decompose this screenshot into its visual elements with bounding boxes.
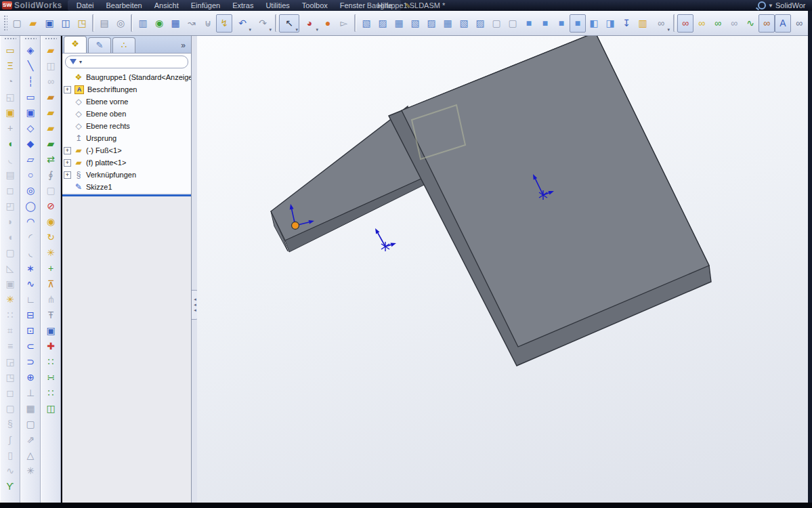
join-button[interactable]: ▢ xyxy=(2,401,18,417)
view-top-button[interactable]: ▨ xyxy=(423,14,440,33)
save-button[interactable]: ▣ xyxy=(41,14,58,33)
tree-item-ursprung[interactable]: + Ursprung xyxy=(62,132,191,144)
cavity-button[interactable]: ◻ xyxy=(2,385,18,401)
select-tool-button[interactable]: ↖ xyxy=(279,14,299,33)
linear-pattern-button[interactable]: ∷ xyxy=(43,354,59,370)
fix-component-button[interactable]: ▰ xyxy=(43,89,59,105)
interference-button[interactable]: ⌗ xyxy=(2,323,18,339)
configurationmanager-tab[interactable]: ∴ xyxy=(112,37,135,53)
lighting-button[interactable]: ▻ xyxy=(336,14,352,33)
measure-button[interactable]: ▭ xyxy=(2,43,18,58)
mirror-components-button[interactable]: ◫ xyxy=(43,401,59,417)
view-left-button[interactable]: ▦ xyxy=(391,14,407,33)
split-part-button[interactable]: Ƴ xyxy=(2,479,18,494)
tree-item-platte[interactable]: + (f) platte<1> xyxy=(62,156,191,169)
render-button[interactable]: ◕ xyxy=(299,14,320,33)
split-line-button[interactable]: ⊎ xyxy=(200,14,216,33)
view-back-button[interactable]: ▨ xyxy=(375,14,391,33)
tree-item-fuss[interactable]: + (-) Fuß<1> xyxy=(62,144,191,156)
display-settings-button[interactable]: ∞ xyxy=(651,14,671,33)
display-shaded-button[interactable]: ■ xyxy=(537,14,553,33)
sketch-text-button[interactable]: ⊟ xyxy=(22,308,39,323)
view-hidden-lines-button[interactable]: ▢ xyxy=(505,14,521,33)
check-button[interactable]: ◱ xyxy=(2,89,18,105)
view-wireframe-button[interactable]: ▢ xyxy=(488,14,505,33)
perpendicular-button[interactable]: ⊥ xyxy=(22,385,39,401)
rotate-component-button[interactable]: ↻ xyxy=(43,230,59,245)
design-table-button[interactable]: ▤ xyxy=(2,167,18,183)
line-button[interactable]: ╲ xyxy=(22,58,39,74)
float-component-button[interactable]: ▰ xyxy=(43,105,59,121)
undercut-analysis-button[interactable]: ◖ xyxy=(2,230,18,245)
move-component-button[interactable]: ∞ xyxy=(677,14,693,33)
tree-item-ebene-oben[interactable]: + Ebene oben xyxy=(62,108,191,120)
undo-button[interactable]: ↶ xyxy=(232,14,253,33)
envelope-button[interactable]: ▣ xyxy=(43,323,59,339)
sketch-chamfer-button[interactable]: ◟ xyxy=(22,245,39,261)
feature-pattern-button[interactable]: ∷ xyxy=(43,385,59,401)
featuremanager-tab[interactable]: ❖ xyxy=(64,36,87,53)
panel-button[interactable]: ◰ xyxy=(2,198,18,214)
print-button[interactable]: ▤ xyxy=(96,14,112,33)
straight-slot-button[interactable]: ⊡ xyxy=(22,323,39,339)
open-button[interactable]: ▰ xyxy=(25,14,41,33)
parallelogram-button[interactable]: ▱ xyxy=(22,152,39,167)
filter-caret-icon[interactable]: ▾ xyxy=(79,59,82,65)
new-part-button[interactable]: ◫ xyxy=(43,58,59,74)
circular-pattern-button[interactable]: ∺ xyxy=(43,370,59,385)
assembly-repair-button[interactable]: ✚ xyxy=(43,339,59,354)
component-properties-button[interactable]: ▰ xyxy=(43,121,59,136)
section-properties-button[interactable]: ◔ xyxy=(2,74,18,89)
toolbar-grip[interactable] xyxy=(4,37,16,41)
hatch-button[interactable]: ▦ xyxy=(22,401,39,417)
ellipse-button[interactable]: ◯ xyxy=(22,198,39,214)
center-point-rectangle-button[interactable]: ◆ xyxy=(22,136,39,152)
equations-button[interactable]: ◻ xyxy=(2,183,18,198)
mate-button[interactable]: ∮ xyxy=(43,167,59,183)
spline-button[interactable]: ∿ xyxy=(22,276,39,292)
spring-button[interactable]: § xyxy=(2,417,18,432)
sketch-entities-button[interactable]: ↝ xyxy=(184,14,200,33)
panel-chevron-icon[interactable]: » xyxy=(181,41,190,53)
reference-geometry-button[interactable]: + xyxy=(2,121,18,136)
partial-ellipse-button[interactable]: ◠ xyxy=(22,214,39,230)
exploded-view-button[interactable]: ✳ xyxy=(2,292,18,308)
search-dropdown-caret-icon[interactable]: ▼ xyxy=(768,3,773,9)
polygon-button[interactable]: ⊕ xyxy=(22,370,39,385)
belt-chain-button[interactable]: ∫ xyxy=(2,432,18,448)
tree-item-ebene-rechts[interactable]: + Ebene rechts xyxy=(62,120,191,132)
mass-properties-button[interactable]: Ξ xyxy=(2,58,18,74)
component-pattern-tool-button[interactable]: ⋔ xyxy=(43,292,59,308)
view-isometric-button[interactable]: ▧ xyxy=(456,14,472,33)
perimeter-circle-button[interactable]: ◎ xyxy=(22,183,39,198)
compare-button[interactable]: ▣ xyxy=(2,276,18,292)
component-origin-dot[interactable] xyxy=(292,222,299,230)
explode-line-button[interactable]: ∷ xyxy=(2,308,18,323)
camera-button[interactable]: ◉ xyxy=(43,214,59,230)
tree-item-skizze1[interactable]: + Skizze1 xyxy=(62,181,191,193)
curvature-button[interactable]: ◖ xyxy=(2,136,18,152)
color-display-mode-button[interactable]: ◉ xyxy=(151,14,167,33)
view-trimetric-button[interactable]: ▨ xyxy=(472,14,488,33)
weld-bead-button[interactable]: Ŧ xyxy=(43,308,59,323)
tree-item-baugruppe1[interactable]: + Baugruppe1 (Standard<Anzeigest xyxy=(62,71,191,83)
view-right-button[interactable]: ▧ xyxy=(407,14,423,33)
physical-dynamics-button[interactable]: ∿ xyxy=(742,14,758,33)
hole-alignment-button[interactable]: ◲ xyxy=(2,354,18,370)
point-button[interactable]: ∗ xyxy=(22,261,39,276)
gear-mate-button[interactable]: ✳ xyxy=(43,245,59,261)
centerline-button[interactable]: ┆ xyxy=(22,74,39,89)
view-front-button[interactable]: ▧ xyxy=(358,14,375,33)
smart-mates-button[interactable]: ∞ xyxy=(693,14,710,33)
hidden-components-button[interactable]: ∞ xyxy=(43,74,59,89)
shadows-button[interactable]: ◧ xyxy=(586,14,602,33)
options-button[interactable]: ▥ xyxy=(135,14,151,33)
sketch-button[interactable]: ◈ xyxy=(22,43,39,58)
arc-slot-button[interactable]: ⊃ xyxy=(22,354,39,370)
search-input[interactable]: SolidWor xyxy=(775,1,811,9)
3d-sketch-button[interactable]: ▢ xyxy=(22,417,39,432)
tree-item-verknuepfungen[interactable]: + Verknüpfungen xyxy=(62,169,191,181)
model-canvas[interactable] xyxy=(197,36,808,503)
temporary-axes-button[interactable]: ∞ xyxy=(791,14,807,33)
new-document-button[interactable]: ▢ xyxy=(9,14,25,33)
